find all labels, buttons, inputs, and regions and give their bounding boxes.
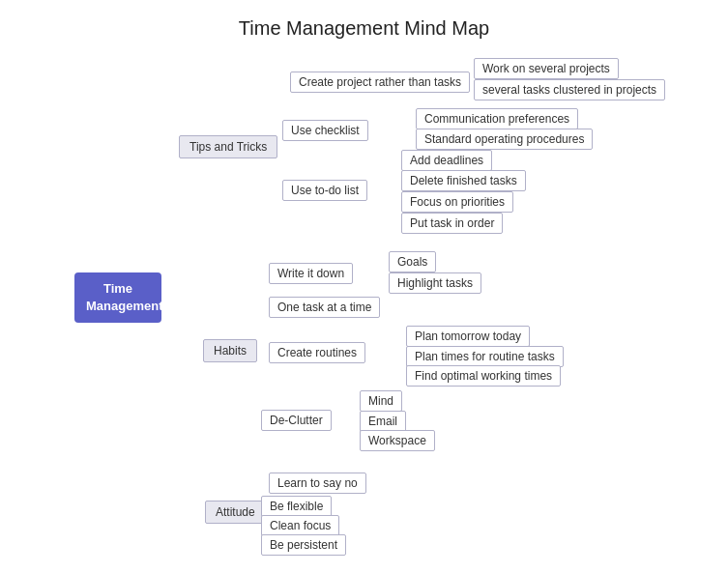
leaf-task-order: Put task in order: [401, 213, 503, 234]
sub-persist: Be persistent: [261, 534, 346, 556]
branch-attitude: Attitude: [205, 501, 266, 524]
sub-todo: Use to-do list: [282, 180, 367, 201]
leaf-focus-priorities: Focus on priorities: [401, 191, 513, 213]
leaf-delete-finished: Delete finished tasks: [401, 170, 526, 191]
branch-tips: Tips and Tricks: [179, 135, 277, 158]
root-node: Time Management: [70, 275, 166, 320]
sub-sayno: Learn to say no: [269, 473, 366, 494]
leaf-plan-tomorrow: Plan tomorrow today: [406, 326, 530, 347]
sub-clean: Clean focus: [261, 515, 339, 536]
sub-onetask: One task at a time: [269, 297, 380, 318]
leaf-standard-ops: Standard operating procedures: [416, 129, 593, 150]
sub-declutter: De-Clutter: [261, 410, 332, 431]
sub-routines: Create routines: [269, 342, 365, 363]
leaf-optimal: Find optimal working times: [406, 365, 561, 387]
leaf-mind: Mind: [360, 390, 402, 412]
leaf-email: Email: [360, 411, 406, 432]
sub-project: Create project rather than tasks: [290, 72, 470, 93]
leaf-work-projects: Work on several projects: [474, 58, 619, 79]
leaf-clustered: several tasks clustered in projects: [474, 79, 665, 100]
sub-checklist: Use checklist: [282, 120, 368, 141]
leaf-comm-pref: Communication preferences: [416, 108, 578, 129]
sub-writeit: Write it down: [269, 263, 353, 284]
sub-flexible: Be flexible: [261, 496, 332, 517]
leaf-workspace: Workspace: [360, 430, 435, 451]
leaf-highlight: Highlight tasks: [389, 272, 481, 294]
leaf-goals: Goals: [389, 251, 436, 272]
leaf-add-deadlines: Add deadlines: [401, 150, 492, 171]
branch-habits: Habits: [203, 339, 257, 362]
root-label: Time Management: [74, 272, 161, 323]
page-title: Time Management Mind Map: [0, 0, 728, 49]
leaf-plan-routine: Plan times for routine tasks: [406, 346, 564, 367]
